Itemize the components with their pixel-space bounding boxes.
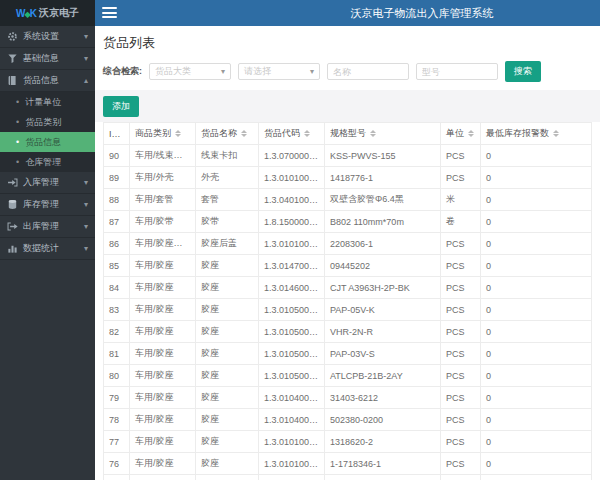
table-cell: 套管 [196,189,259,211]
table-cell: PCS [441,167,481,189]
table-cell: 胶座 [196,431,259,453]
column-header[interactable]: 最低库存报警数 [481,123,592,145]
sidebar-item-label: 货品信息 [23,74,79,87]
app-title: 沃京电子物流出入库管理系统 [351,6,494,21]
table-cell: 胶座 [196,409,259,431]
sidebar-item-7[interactable]: 数据统计▾ [0,238,95,260]
logo: W◆K 沃京电子 [0,0,95,26]
goods-table-wrap: ID商品类别货品名称货品代码规格型号单位最低库存报警数 90车用/线束卡扣线束卡… [95,122,600,480]
table-cell: 1.3.010500040 [259,321,325,343]
table-cell: 79 [104,387,130,409]
table-cell: PCS [441,277,481,299]
sidebar-subitem-1[interactable]: •计量单位 [0,92,95,112]
sidebar-item-3[interactable]: 货品信息▴ [0,70,95,92]
table-cell: 0 [481,255,592,277]
name-input[interactable] [327,63,409,80]
table-cell: 车用/胶座 [130,255,196,277]
column-header[interactable]: 货品代码 [259,123,325,145]
table-cell: 米 [441,189,481,211]
column-header[interactable]: 规格型号 [325,123,441,145]
table-cell: 0 [481,299,592,321]
table-cell: 75 [104,475,130,480]
category-select[interactable]: 货品大类 ▾ [149,63,231,80]
gear-icon [7,31,18,42]
goods-table: ID商品类别货品名称货品代码规格型号单位最低库存报警数 90车用/线束卡扣线束卡… [103,122,592,480]
column-header[interactable]: 单位 [441,123,481,145]
sidebar-subitem-label: 计量单位 [25,96,61,109]
table-cell: 1.3.010100168 [259,167,325,189]
table-cell: 1.8.150000004 [259,211,325,233]
sidebar-item-2[interactable]: 基础信息▾ [0,48,95,70]
column-header-label: 规格型号 [330,128,366,138]
table-cell: PCS [441,233,481,255]
sidebar-subitem-label: 仓库管理 [25,156,61,169]
table-cell: 31403-6212 [325,387,441,409]
table-cell: 车用/线束卡扣 [130,145,196,167]
table-cell: 车用/套管 [130,189,196,211]
hamburger-menu-icon[interactable] [102,7,117,21]
table-cell: 线束卡扣 [196,145,259,167]
table-row: 85车用/胶座胶座1.3.01470000109445202PCS0 [104,255,592,277]
table-row: 82车用/胶座胶座1.3.010500040VHR-2N-RPCS0 [104,321,592,343]
add-button[interactable]: 添加 [103,96,139,117]
table-cell: 胶座 [196,365,259,387]
table-cell: 85 [104,255,130,277]
funnel-icon [7,53,18,64]
table-cell: 502380-0200 [325,409,441,431]
table-cell: 83 [104,299,130,321]
table-cell: 1418776-1 [325,167,441,189]
column-header-label: 单位 [446,128,464,138]
sidebar-item-1[interactable]: 系统设置▾ [0,26,95,48]
table-cell: 胶座 [196,453,259,475]
chevron-down-icon: ▾ [84,222,88,231]
table-cell: 2208306-1 [325,233,441,255]
table-cell: 车用/外壳 [130,167,196,189]
table-cell: 车用/胶带 [130,211,196,233]
sidebar-item-4[interactable]: 入库管理▾ [0,172,95,194]
table-cell: 胶座 [196,277,259,299]
app-window: W◆K 沃京电子 系统设置▾基础信息▾货品信息▴•计量单位•货品类别•货品信息•… [0,0,600,480]
export-arrow-icon [7,221,18,232]
subcategory-select-placeholder: 请选择 [244,65,271,78]
sidebar-item-5[interactable]: 库存管理▾ [0,194,95,216]
table-cell: 87 [104,211,130,233]
table-row: 88车用/套管套管1.3.040100026双壁含胶管Φ6.4黑米0 [104,189,592,211]
page-title: 货品列表 [103,26,592,61]
table-row: 75车用/胶座胶座1.3.0101002121-1241370-3PCS0 [104,475,592,480]
table-cell: PCS [441,255,481,277]
submenu: •计量单位•货品类别•货品信息•仓库管理 [0,92,95,172]
sidebar-subitem-3[interactable]: •货品信息 [0,132,95,152]
sidebar-subitem-2[interactable]: •货品类别 [0,112,95,132]
table-toolbar: 添加 [95,90,600,122]
table-cell: KSS-PWVS-155 [325,145,441,167]
chevron-down-icon: ▾ [84,178,88,187]
sidebar-subitem-label: 货品类别 [25,116,61,129]
model-input[interactable] [416,63,498,80]
table-cell: 0 [481,277,592,299]
column-header[interactable]: 商品类别 [130,123,196,145]
table-cell: 胶座后盖 [196,233,259,255]
table-row: 86车用/胶座后盖胶座后盖1.3.0101002032208306-1PCS0 [104,233,592,255]
subcategory-select[interactable]: 请选择 ▾ [238,63,320,80]
table-cell: PCS [441,321,481,343]
table-cell: 0 [481,387,592,409]
table-row: 79车用/胶座胶座1.3.01040007431403-6212PCS0 [104,387,592,409]
search-button[interactable]: 搜索 [505,61,541,82]
table-cell: 0 [481,365,592,387]
table-cell: 胶座 [196,255,259,277]
sidebar-item-6[interactable]: 出库管理▾ [0,216,95,238]
table-cell: 1318620-2 [325,431,441,453]
table-cell: 车用/胶座 [130,387,196,409]
sort-icon [468,130,474,137]
table-cell: 78 [104,409,130,431]
table-cell: 车用/胶座 [130,365,196,387]
table-cell: 1.3.040100026 [259,189,325,211]
table-cell: 车用/胶座 [130,299,196,321]
table-cell: 车用/胶座 [130,343,196,365]
column-header[interactable]: 货品名称 [196,123,259,145]
table-cell: PCS [441,475,481,480]
sidebar-subitem-label: 货品信息 [25,136,61,149]
sidebar-item-label: 入库管理 [23,176,79,189]
column-header[interactable]: ID [104,123,130,145]
sidebar-subitem-4[interactable]: •仓库管理 [0,152,95,172]
